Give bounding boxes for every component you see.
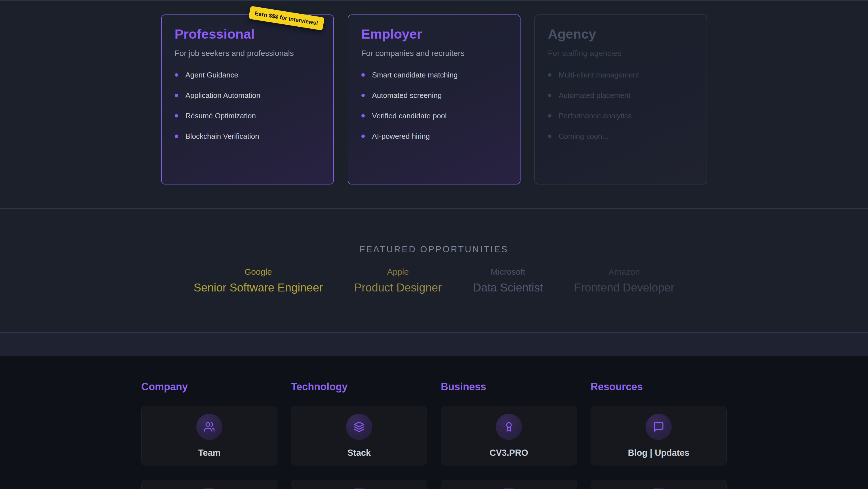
- job-title: Product Designer: [354, 281, 442, 294]
- plan-feature: Performance analytics: [548, 111, 693, 121]
- users-icon: [204, 421, 215, 433]
- featured-job-google[interactable]: Google Senior Software Engineer: [193, 267, 323, 294]
- job-company: Microsoft: [473, 267, 543, 277]
- job-title: Senior Software Engineer: [193, 281, 323, 294]
- plan-feature: Automated placement: [548, 90, 693, 100]
- job-title: Frontend Developer: [574, 281, 675, 294]
- plan-feature-label: Blockchain Verification: [186, 132, 259, 141]
- footer-column-technology: Technology Stack: [291, 381, 427, 489]
- footer-column-header: Technology: [291, 381, 427, 393]
- bullet-dot-icon: [548, 114, 552, 117]
- footer-card-cv3pro[interactable]: CV3.PRO: [441, 406, 577, 465]
- plan-description: For staffing agencies: [548, 49, 693, 58]
- plan-feature: Smart candidate matching: [361, 70, 507, 80]
- plan-feature: AI-powered hiring: [361, 132, 507, 141]
- plans-section: Earn $$$ for Interviews! Professional Fo…: [0, 0, 868, 209]
- plan-feature: Multi-client management: [548, 70, 693, 80]
- job-company: Apple: [354, 267, 442, 277]
- plan-feature: Verified candidate pool: [361, 111, 507, 121]
- plan-card-agency: Agency For staffing agencies Multi-clien…: [534, 15, 707, 184]
- bullet-dot-icon: [175, 73, 178, 77]
- bullet-dot-icon: [361, 114, 365, 117]
- plan-feature-list: Smart candidate matching Automated scree…: [361, 70, 507, 141]
- bullet-dot-icon: [548, 94, 552, 97]
- featured-job-microsoft[interactable]: Microsoft Data Scientist: [473, 267, 543, 294]
- footer-column-business: Business CV3.PRO: [441, 381, 577, 489]
- footer-section: Company Team Technology: [0, 356, 868, 489]
- plan-feature-label: Coming soon...: [559, 132, 609, 141]
- icon-badge: [496, 488, 522, 489]
- icon-badge: [496, 414, 522, 440]
- footer-card-label: Team: [198, 448, 221, 458]
- featured-jobs-row: Google Senior Software Engineer Apple Pr…: [0, 267, 868, 294]
- featured-heading: FEATURED OPPORTUNITIES: [0, 244, 868, 255]
- icon-badge: [346, 414, 372, 440]
- footer-card-label: Stack: [347, 448, 371, 458]
- footer-column-header: Company: [141, 381, 277, 393]
- footer-column-header: Resources: [591, 381, 727, 393]
- icon-badge: [646, 488, 672, 489]
- bullet-dot-icon: [361, 135, 365, 138]
- icon-badge: [346, 488, 372, 489]
- plan-card-professional[interactable]: Earn $$$ for Interviews! Professional Fo…: [161, 15, 334, 184]
- footer-card-partial[interactable]: [141, 480, 277, 489]
- featured-opportunities-section: FEATURED OPPORTUNITIES Google Senior Sof…: [0, 209, 868, 333]
- plan-feature: Application Automation: [175, 90, 320, 100]
- plan-feature-label: Résumé Optimization: [186, 111, 256, 121]
- plan-feature: Agent Guidance: [175, 70, 320, 80]
- plan-feature-label: Multi-client management: [559, 70, 639, 80]
- award-icon: [503, 421, 515, 433]
- plan-title: Professional: [175, 26, 320, 42]
- plan-feature: Coming soon...: [548, 132, 693, 141]
- footer-column-company: Company Team: [141, 381, 277, 489]
- plan-feature-label: Automated screening: [372, 90, 442, 100]
- bullet-dot-icon: [175, 114, 178, 117]
- footer-column-resources: Resources Blog | Updates: [591, 381, 727, 489]
- spacer-band: [0, 333, 868, 356]
- footer-card-partial[interactable]: [591, 480, 727, 489]
- plan-description: For companies and recruiters: [361, 49, 507, 58]
- plan-feature-label: Verified candidate pool: [372, 111, 447, 121]
- plan-feature-label: AI-powered hiring: [372, 132, 430, 141]
- plan-feature-label: Performance analytics: [559, 111, 632, 121]
- icon-badge: [196, 488, 222, 489]
- footer-card-stack[interactable]: Stack: [291, 406, 427, 465]
- icon-badge: [196, 414, 222, 440]
- bullet-dot-icon: [361, 73, 365, 77]
- featured-job-apple[interactable]: Apple Product Designer: [354, 267, 442, 294]
- plan-feature-label: Automated placement: [559, 90, 630, 100]
- plan-feature: Résumé Optimization: [175, 111, 320, 121]
- job-company: Amazon: [574, 267, 675, 277]
- message-icon: [653, 421, 664, 433]
- icon-badge: [646, 414, 672, 440]
- plan-cards-row: Earn $$$ for Interviews! Professional Fo…: [0, 1, 868, 184]
- job-company: Google: [193, 267, 323, 277]
- footer-grid: Company Team Technology: [141, 381, 727, 489]
- plan-card-employer[interactable]: Employer For companies and recruiters Sm…: [348, 15, 521, 184]
- bullet-dot-icon: [175, 135, 178, 138]
- plan-feature-label: Smart candidate matching: [372, 70, 458, 80]
- plan-feature-list: Agent Guidance Application Automation Ré…: [175, 70, 320, 141]
- plan-title: Employer: [361, 26, 507, 42]
- featured-job-amazon[interactable]: Amazon Frontend Developer: [574, 267, 675, 294]
- plan-feature: Blockchain Verification: [175, 132, 320, 141]
- layers-icon: [353, 421, 365, 433]
- plan-feature: Automated screening: [361, 90, 507, 100]
- plan-feature-list: Multi-client management Automated placem…: [548, 70, 693, 141]
- bullet-dot-icon: [548, 135, 552, 138]
- footer-card-team[interactable]: Team: [141, 406, 277, 465]
- job-title: Data Scientist: [473, 281, 543, 294]
- plan-feature-label: Agent Guidance: [186, 70, 238, 80]
- plan-title: Agency: [548, 26, 693, 42]
- bullet-dot-icon: [175, 94, 178, 97]
- footer-card-partial[interactable]: [441, 480, 577, 489]
- plan-feature-label: Application Automation: [186, 90, 261, 100]
- footer-card-partial[interactable]: [291, 480, 427, 489]
- footer-column-header: Business: [441, 381, 577, 393]
- bullet-dot-icon: [361, 94, 365, 97]
- footer-card-blog[interactable]: Blog | Updates: [591, 406, 727, 465]
- plan-description: For job seekers and professionals: [175, 49, 320, 58]
- footer-card-label: CV3.PRO: [490, 448, 528, 458]
- bullet-dot-icon: [548, 73, 552, 77]
- footer-card-label: Blog | Updates: [628, 448, 689, 458]
